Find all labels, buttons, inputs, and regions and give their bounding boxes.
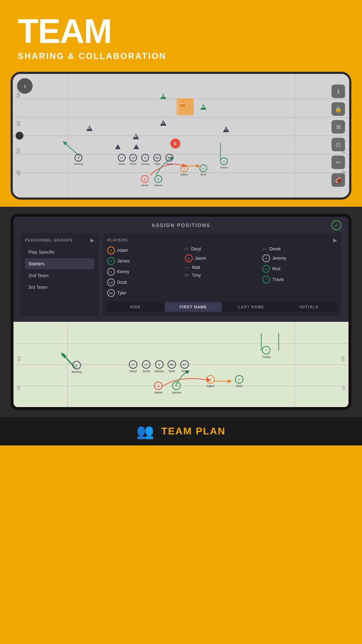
player-row-Jeremy: X Jeremy: [262, 254, 337, 262]
player-name-Derek: Derek: [269, 247, 281, 251]
player-token-Jeremy: X Jeremy: [74, 154, 83, 166]
football-field-phone: 30 40 50 40 30 40 50 40: [13, 74, 349, 197]
yard-num: 50: [340, 356, 346, 362]
player-row-Rick: U Rick: [262, 265, 337, 273]
players-grid: Z Adam H James C Kenny: [107, 247, 337, 297]
players-nav-arrow[interactable]: ▶: [333, 237, 337, 243]
player-token-Tony: RT Tony: [165, 154, 173, 166]
players-col-2: LT Daryl Q Jason — Matt: [185, 247, 260, 297]
initials-button[interactable]: INITIALS: [281, 302, 337, 312]
player-name-Jason: Jason: [195, 256, 206, 261]
player-token-C: C: [223, 126, 229, 132]
player-token-SS: SS: [200, 104, 207, 110]
bf-James: H James: [172, 381, 181, 394]
players-col-3: — Derek X Jeremy U Rick: [262, 247, 337, 297]
personnel-item-play-specific[interactable]: Play Specific: [25, 247, 94, 258]
player-icon[interactable]: 🏈: [331, 173, 345, 187]
player-token-E: E: [170, 139, 180, 148]
player-row-Derek: — Derek: [262, 247, 337, 251]
display-buttons: HIDE FIRST NAME LAST NAME INITIALS: [107, 302, 337, 312]
bf-Adam: Z Adam: [206, 375, 215, 388]
player-row-Travis: Y Travis: [262, 276, 337, 283]
tablet-container: ASSIGN POSITIONS ✓ PERSONNEL GROUPS ▶ Pl…: [0, 207, 362, 417]
edit-icon[interactable]: ✏: [331, 156, 345, 169]
grid-icon[interactable]: ⊞: [331, 120, 345, 134]
player-token-Travis: Y Travis: [220, 157, 228, 169]
player-name-Adam: Adam: [117, 248, 128, 253]
players-header: PLAYERS ▶: [107, 237, 337, 243]
player-badge-Kenny: C: [107, 268, 115, 276]
yard-label: 30: [16, 92, 21, 98]
player-row-Scott: LG Scott: [107, 278, 182, 286]
player-name-Rick: Rick: [272, 266, 280, 271]
bf-Daryl: LT Daryl: [129, 360, 137, 373]
player-token-W: W: [86, 125, 93, 131]
player-row-Kenny: C Kenny: [107, 268, 182, 276]
player-name-Daryl: Daryl: [191, 247, 201, 251]
player-token-M: M: [133, 134, 139, 139]
lock-icon[interactable]: 🔒: [331, 102, 345, 116]
info-icon[interactable]: ℹ: [331, 85, 345, 98]
player-row-Jason: Q Jason: [185, 254, 260, 262]
player-row-Adam: Z Adam: [107, 247, 182, 254]
bottom-bar: 👥 TEAM PLAN: [0, 417, 362, 445]
personnel-nav-arrow[interactable]: ▶: [90, 237, 94, 243]
player-row-Tony: RT Tony: [185, 273, 260, 278]
personnel-title: PERSONNEL GROUPS: [25, 238, 73, 242]
player-token-Adam: Z Adam: [180, 164, 188, 176]
bf-Jason: Q Jason: [154, 381, 163, 394]
personnel-item-3rd-team[interactable]: 3rd Team: [25, 282, 94, 293]
page-subtitle: SHARING & COLLABORATION: [18, 51, 344, 61]
player-token-James: H James: [154, 175, 163, 187]
personnel-item-2nd-team[interactable]: 2nd Team: [25, 270, 94, 281]
dash-icon-Matt: —: [185, 265, 189, 270]
player-token-FS: FS: [160, 93, 166, 99]
team-plan-title: TEAM PLAN: [161, 426, 225, 437]
player-name-Matt: Matt: [192, 265, 200, 270]
yard-label: 40: [16, 121, 21, 126]
player-token-Kenny: C Kenny: [141, 154, 149, 166]
team-plan-icon: 👥: [136, 423, 154, 440]
phone-device: 30 40 50 40 30 40 50 40: [11, 72, 351, 200]
player-name-Tony: Tony: [192, 273, 201, 278]
yard-num: 40: [341, 386, 346, 390]
player-token-WS: WS: [180, 101, 186, 107]
right-toolbar: ℹ 🔒 ⊞ ⊡ ✏ 🏈: [331, 85, 345, 187]
bf-Kenny: C Kenny: [155, 360, 164, 373]
personnel-header: PERSONNEL GROUPS ▶: [25, 237, 94, 243]
assign-positions-panel: ASSIGN POSITIONS ✓ PERSONNEL GROUPS ▶ Pl…: [13, 217, 349, 322]
bf-Jeremy: X Jeremy: [71, 361, 82, 374]
back-button[interactable]: ‹: [17, 78, 33, 94]
player-row-Daryl: LT Daryl: [185, 247, 260, 251]
assign-header: ASSIGN POSITIONS ✓: [21, 222, 341, 228]
player-badge-Tyler: RG: [107, 289, 115, 297]
layers-icon[interactable]: ⊡: [331, 138, 345, 151]
scroll-indicator: [16, 132, 23, 140]
last-name-button[interactable]: LAST NAME: [223, 302, 279, 312]
player-name-Tyler: Tyler: [117, 291, 126, 296]
check-button[interactable]: ✓: [331, 220, 341, 230]
two-col-layout: PERSONNEL GROUPS ▶ Play Specific Starter…: [21, 233, 341, 316]
player-token-Tyler: RG Tyler: [153, 154, 161, 166]
player-badge-Rick: U: [262, 265, 270, 273]
yard-label: 40: [16, 171, 21, 176]
player-badge-Scott: LG: [107, 278, 115, 286]
player-token-S: S: [160, 120, 166, 126]
players-panel: PLAYERS ▶ Z Adam H James: [103, 233, 341, 316]
first-name-button[interactable]: FIRST NAME: [165, 302, 221, 312]
dash-icon-Derek: —: [262, 247, 267, 251]
player-token-Jason-phone: Q Jason: [141, 175, 149, 187]
phone-container: 30 40 50 40 30 40 50 40: [0, 72, 362, 207]
pos-label-Tony: RT: [185, 274, 189, 277]
player-badge-Jason: Q: [185, 254, 193, 262]
players-col-1: Z Adam H James C Kenny: [107, 247, 182, 297]
player-token-Rick: U Rick: [199, 164, 207, 176]
player-name-Scott: Scott: [117, 280, 127, 285]
player-token-Scott: LG Scott: [129, 154, 137, 166]
player-badge-Adam: Z: [107, 247, 115, 254]
player-name-Kenny: Kenny: [117, 269, 129, 274]
bf-Rick: U Rick: [235, 375, 243, 388]
personnel-item-starters[interactable]: Starters: [25, 258, 94, 269]
hide-button[interactable]: HIDE: [107, 302, 164, 312]
player-name-Travis: Travis: [272, 277, 284, 282]
